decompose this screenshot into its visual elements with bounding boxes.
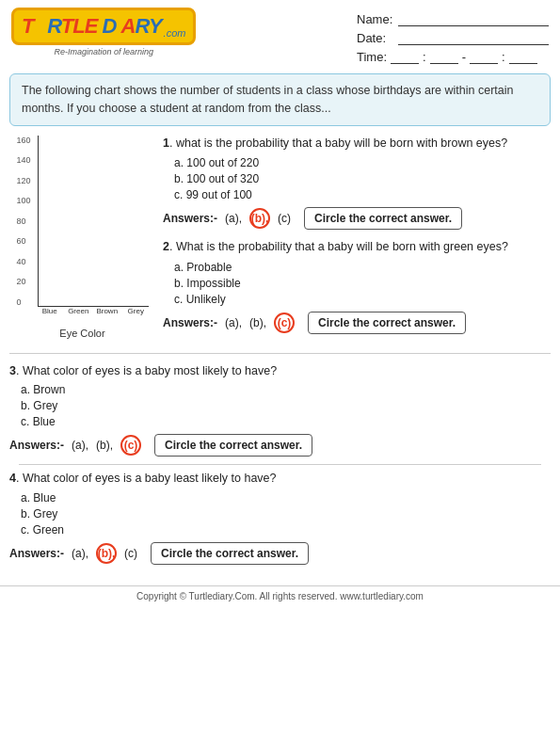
bar-chart: 160 140 120 100 80 60 40 20 0: [17, 136, 149, 324]
question-3-answers-label: Answers:-: [9, 439, 64, 452]
logo-com: .com: [164, 27, 186, 39]
y-label-160: 160: [17, 136, 31, 145]
y-label-40: 40: [17, 257, 31, 266]
question-2-text: 2. What is the probability that a baby w…: [163, 239, 551, 256]
question-2-option-c: c. Unlikely: [174, 293, 551, 306]
logo-text: TURTLE DIARY: [22, 14, 162, 39]
time-part-3: [470, 49, 498, 64]
question-4-option-c: c. Green: [21, 523, 551, 537]
question-4-text: 4. What color of eyes is a baby least li…: [9, 471, 551, 488]
question-2-option-a: a. Probable: [174, 261, 551, 274]
x-label-grey: Grey: [123, 307, 149, 324]
name-row: Name:: [357, 11, 549, 26]
question-1-circled: (b),: [249, 208, 270, 229]
question-4-answers-row: Answers:- (a), (b), (c) Circle the corre…: [9, 542, 551, 565]
question-3-choice-a: (a),: [72, 439, 88, 452]
question-2-choice-a: (a),: [225, 316, 242, 329]
question-3-text: 3. What color of eyes is a baby most lik…: [9, 363, 551, 380]
question-4-block: 4. What color of eyes is a baby least li…: [9, 471, 551, 565]
y-label-120: 120: [17, 176, 31, 185]
time-colon-2: :: [502, 50, 505, 64]
question-1-number: 1: [163, 136, 169, 150]
question-3-option-a: a. Brown: [21, 383, 551, 396]
question-4-option-a: a. Blue: [21, 491, 551, 505]
time-row: Time: : - :: [357, 49, 549, 64]
question-1-choice-a: (a),: [225, 212, 242, 225]
question-2-number: 2: [163, 240, 169, 253]
x-label-blue: Blue: [38, 307, 63, 324]
time-part-4: [509, 49, 537, 64]
time-label: Time:: [357, 50, 387, 64]
chart-title: Eye Color: [9, 328, 155, 339]
time-part-1: [391, 49, 419, 64]
lower-section: 3. What color of eyes is a baby most lik…: [0, 360, 560, 576]
date-field-line: [398, 30, 549, 45]
question-2-answers-label: Answers:-: [163, 316, 217, 329]
divider-2: [19, 464, 541, 465]
y-label-100: 100: [17, 196, 31, 205]
question-2-circled: (c): [274, 312, 295, 333]
question-1-option-c: c. 99 out of 100: [174, 188, 551, 201]
question-1-circle-btn[interactable]: Circle the correct answer.: [304, 207, 462, 230]
questions-area: 1. what is the probability that a baby w…: [163, 136, 551, 344]
question-4-circle-btn[interactable]: Circle the correct answer.: [151, 542, 309, 565]
question-4-answers-label: Answers:-: [9, 547, 64, 560]
instruction-banner: The following chart shows the number of …: [9, 73, 551, 126]
question-3-block: 3. What color of eyes is a baby most lik…: [9, 363, 551, 457]
question-3-option-c: c. Blue: [21, 415, 551, 428]
question-4-choice-a: (a),: [72, 547, 88, 560]
question-1-text: 1. what is the probability that a baby w…: [163, 136, 551, 152]
question-3-circle-btn[interactable]: Circle the correct answer.: [154, 434, 312, 457]
question-2-choice-b: (b),: [249, 316, 266, 329]
logo-tagline: Re-Imagination of learning: [54, 47, 153, 56]
question-1-answers-row: Answers:- (a), (b), (c) Circle the corre…: [163, 207, 551, 230]
y-axis: 160 140 120 100 80 60 40 20 0: [17, 136, 31, 324]
y-label-140: 140: [17, 155, 31, 165]
question-4-choice-c: (c): [124, 547, 137, 560]
question-4-circled: (b),: [96, 543, 117, 564]
question-3-choice-b: (b),: [96, 439, 113, 452]
date-label: Date:: [357, 31, 394, 45]
question-1-option-a: a. 100 out of 220: [174, 156, 551, 169]
main-content: 160 140 120 100 80 60 40 20 0: [0, 132, 560, 347]
question-1-choice-c: (c): [278, 212, 291, 225]
question-3-circled: (c): [120, 435, 141, 456]
instruction-text: The following chart shows the number of …: [22, 84, 514, 115]
y-label-80: 80: [17, 216, 31, 226]
bars-area: [38, 136, 149, 307]
header: TURTLE DIARY .com Re-Imagination of lear…: [0, 0, 560, 68]
question-3-option-b: b. Grey: [21, 399, 551, 412]
date-row: Date:: [357, 30, 549, 45]
question-4-option-b: b. Grey: [21, 507, 551, 521]
question-2-block: 2. What is the probability that a baby w…: [163, 239, 551, 334]
question-1-option-b: b. 100 out of 320: [174, 172, 551, 185]
question-2-answers-row: Answers:- (a), (b), (c) Circle the corre…: [163, 312, 551, 334]
time-part-2: [430, 49, 458, 64]
divider-1: [9, 353, 551, 354]
time-dash: -: [462, 50, 466, 64]
y-label-60: 60: [17, 236, 31, 246]
footer: Copyright © Turtlediary.Com. All rights …: [0, 585, 560, 606]
logo-box: TURTLE DIARY .com: [11, 8, 196, 45]
question-4-number: 4: [9, 472, 16, 485]
question-1-answers-label: Answers:-: [163, 212, 217, 225]
name-field-line: [398, 11, 549, 26]
x-label-brown: Brown: [95, 307, 120, 324]
x-label-green: Green: [66, 307, 91, 324]
time-colon-1: :: [423, 50, 426, 64]
question-2-circle-btn[interactable]: Circle the correct answer.: [308, 312, 466, 334]
x-axis-labels: Blue Green Brown Grey: [38, 307, 149, 324]
footer-text: Copyright © Turtlediary.Com. All rights …: [136, 591, 424, 601]
logo-area: TURTLE DIARY .com Re-Imagination of lear…: [11, 8, 196, 56]
chart-area: 160 140 120 100 80 60 40 20 0: [9, 136, 155, 344]
name-fields: Name: Date: Time: : - :: [357, 8, 549, 64]
question-3-answers-row: Answers:- (a), (b), (c) Circle the corre…: [9, 434, 551, 457]
y-label-20: 20: [17, 277, 31, 286]
y-label-0: 0: [17, 297, 31, 307]
question-3-number: 3: [9, 364, 16, 377]
question-2-option-b: b. Impossible: [174, 277, 551, 290]
name-label: Name:: [357, 12, 394, 26]
question-1-block: 1. what is the probability that a baby w…: [163, 136, 551, 231]
